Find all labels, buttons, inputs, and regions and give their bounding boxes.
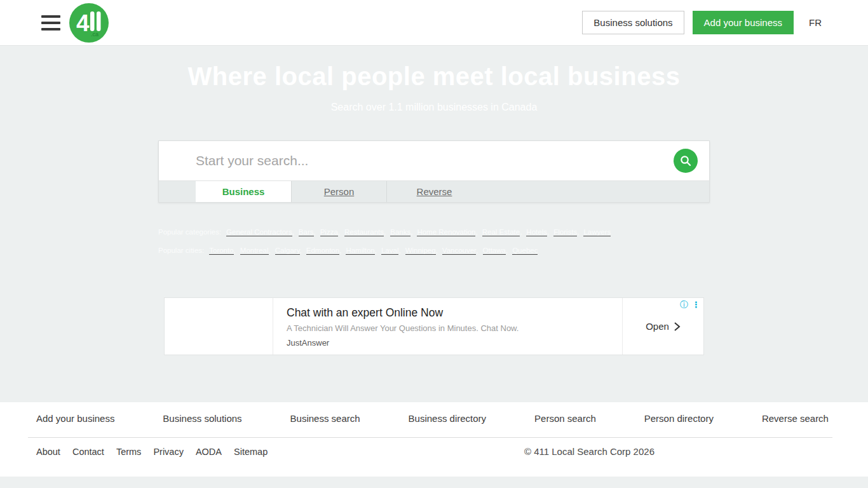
business-solutions-button[interactable]: Business solutions [582, 11, 684, 34]
logo-bar [90, 11, 95, 31]
footer-small-link[interactable]: About [36, 447, 60, 457]
footer-small-link[interactable]: Sitemap [234, 447, 268, 457]
footer-small-link[interactable]: AODA [196, 447, 222, 457]
category-list-item: Restaurants [344, 228, 386, 236]
city-link[interactable]: Ottawa [483, 247, 506, 255]
hero-section: Where local people meet local business S… [0, 46, 868, 402]
popular-cities-row: Popular cities: Toronto Montreal Calgary… [158, 247, 710, 254]
category-list-item: Bars [299, 228, 316, 236]
city-link[interactable]: Toronto [209, 247, 233, 255]
city-link[interactable]: Edmonton [306, 247, 339, 255]
ad-description: A Technician Will Answer Your Questions … [287, 323, 622, 333]
category-list-item: Real Estate [482, 228, 522, 236]
popular-categories-list: General Contractors Bars Pizza Restauran… [226, 228, 615, 236]
city-list-item: Laval [381, 247, 401, 254]
search-tab[interactable]: Business [196, 181, 291, 202]
ad-content: Chat with an expert Online Now A Technic… [273, 298, 622, 355]
city-link[interactable]: Montreal [240, 247, 269, 255]
ad-options-icon[interactable]: ⋮ [692, 301, 700, 309]
footer-link[interactable]: Business directory [409, 413, 487, 424]
footer-secondary-links: About Contact Terms Privacy AODA Sitemap [36, 447, 280, 457]
footer-link[interactable]: Person directory [644, 413, 714, 424]
category-link[interactable]: Home Renovation [417, 228, 475, 236]
page: 4 .ca Business solutions Add your busine… [0, 0, 868, 488]
city-list-item: Vancouver [442, 247, 478, 254]
language-toggle-fr[interactable]: FR [809, 17, 822, 28]
ad-controls: ⓘ ⋮ [680, 301, 700, 309]
category-list-item: General Contractors [226, 228, 294, 236]
ad-image-placeholder [165, 298, 273, 355]
city-link[interactable]: Calgary [275, 247, 300, 255]
city-list-item: Quebec [512, 247, 538, 254]
footer-small-link[interactable]: Privacy [153, 447, 184, 457]
city-link[interactable]: Quebec [512, 247, 538, 255]
category-list-item: Hotels [526, 228, 549, 236]
add-your-business-button[interactable]: Add your business [693, 11, 794, 34]
city-list-item: Edmonton [306, 247, 342, 254]
footer-link[interactable]: Add your business [36, 413, 114, 424]
ad-advertiser: JustAnswer [287, 338, 622, 348]
logo-bar [97, 11, 101, 31]
category-link[interactable]: Bars [299, 228, 314, 236]
search-card: Business Person Reverse [158, 140, 710, 203]
city-list-item: Ottawa [483, 247, 508, 254]
footer-link[interactable]: Business search [290, 413, 360, 424]
category-list-item: Pizza [320, 228, 340, 236]
category-link[interactable]: Florists [553, 228, 577, 236]
copyright-notice: © 411 Local Search Corp 2026 [524, 446, 654, 457]
footer-link[interactable]: Business solutions [163, 413, 241, 424]
bottom-strip [0, 477, 868, 488]
category-list-item: Lawyers [583, 228, 611, 236]
city-link[interactable]: Vancouver [442, 247, 477, 255]
footer-small-link[interactable]: Contact [72, 447, 104, 457]
page-subtitle: Search over 1.1 million businesses in Ca… [0, 102, 868, 113]
search-tab[interactable]: Reverse [386, 181, 482, 202]
search-row [159, 141, 709, 180]
footer-divider [28, 437, 832, 438]
search-icon [679, 154, 692, 167]
footer: Add your business Business solutions Bus… [0, 402, 868, 477]
city-link[interactable]: Laval [381, 247, 399, 255]
category-list-item: Home Renovation [417, 228, 477, 236]
page-title: Where local people meet local business [0, 46, 868, 91]
search-tabs: Business Person Reverse [159, 180, 709, 202]
hamburger-menu-button[interactable] [41, 15, 60, 30]
city-link[interactable]: Winnipeg [405, 247, 436, 255]
logo-digit: 4 [76, 10, 90, 36]
city-list-item: Hamilton [346, 247, 377, 254]
search-button[interactable] [674, 149, 698, 173]
footer-primary-links: Add your business Business solutions Bus… [36, 413, 829, 424]
category-link[interactable]: General Contractors [226, 228, 292, 236]
ad-banner: Chat with an expert Online Now A Technic… [164, 297, 704, 355]
footer-link[interactable]: Reverse search [762, 413, 829, 424]
category-link[interactable]: Restaurants [344, 228, 384, 236]
popular-cities-label: Popular cities: [158, 247, 204, 254]
city-list-item: Montreal [240, 247, 271, 254]
hamburger-bar [41, 15, 60, 18]
logo-tld: .ca [91, 31, 98, 37]
footer-link[interactable]: Person search [534, 413, 596, 424]
header: 4 .ca Business solutions Add your busine… [0, 0, 868, 46]
city-link[interactable]: Hamilton [346, 247, 374, 255]
hamburger-bar [41, 22, 60, 24]
category-link[interactable]: Lawyers [583, 228, 611, 236]
ad-info-icon[interactable]: ⓘ [680, 301, 688, 309]
popular-cities-list: Toronto Montreal Calgary Edmonton Hamilt… [209, 247, 542, 254]
category-link[interactable]: Hotels [526, 228, 547, 236]
ad-open-label: Open [646, 321, 669, 332]
category-link[interactable]: Banks [390, 228, 410, 236]
category-link[interactable]: Pizza [320, 228, 338, 236]
city-list-item: Toronto [209, 247, 236, 254]
footer-secondary-row: About Contact Terms Privacy AODA Sitemap… [36, 446, 832, 457]
search-input[interactable] [159, 141, 709, 180]
ad-title[interactable]: Chat with an expert Online Now [287, 306, 622, 320]
hamburger-bar [41, 28, 60, 30]
search-tab[interactable]: Person [291, 181, 386, 202]
city-list-item: Winnipeg [405, 247, 438, 254]
category-link[interactable]: Real Estate [482, 228, 520, 236]
footer-small-link[interactable]: Terms [116, 447, 141, 457]
logo-411[interactable]: 4 .ca [69, 3, 109, 43]
popular-categories-row: Popular categories: General Contractors … [158, 228, 710, 236]
category-list-item: Banks [390, 228, 412, 236]
chevron-right-icon [674, 322, 681, 332]
